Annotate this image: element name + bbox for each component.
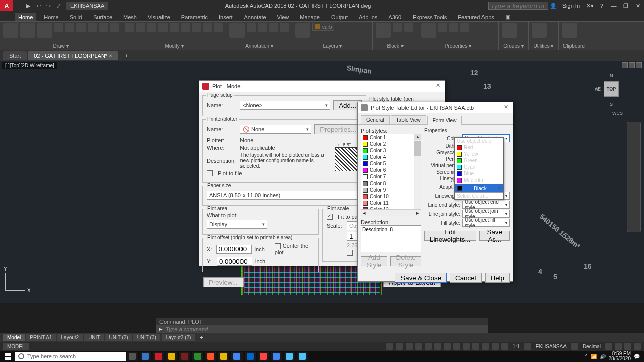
ribbon-tab-visualize[interactable]: Visualize xyxy=(145,13,173,21)
color-option[interactable]: Blue xyxy=(455,170,503,177)
user-icon[interactable]: 👤 xyxy=(548,3,558,9)
task-view-icon[interactable] xyxy=(127,352,138,361)
status-custom-icon[interactable] xyxy=(634,343,641,350)
exchange-icon[interactable]: ✕▾ xyxy=(584,3,596,9)
ribbon-tab-home[interactable]: Home xyxy=(15,13,36,21)
center-plot-check[interactable] xyxy=(275,243,281,249)
system-tray[interactable]: ^ 📶 🔊 8:59 PM28/5/2020 💬 xyxy=(585,351,644,361)
printer-properties-button[interactable]: Properties... xyxy=(314,124,362,134)
workspace-switcher[interactable]: EKHSANSAA xyxy=(66,2,108,10)
layout-tab-model[interactable]: Model xyxy=(3,334,25,341)
plot-style-item[interactable]: Color 4 xyxy=(361,154,421,160)
color-option[interactable]: Use object color xyxy=(455,138,503,144)
add-style-button[interactable]: Add Style xyxy=(361,256,387,266)
panel-utilities-label[interactable]: Utilities ▾ xyxy=(532,43,555,49)
plot-styles-hscroll[interactable]: ◂▸ xyxy=(361,209,421,216)
ribbon-tab-output[interactable]: Output xyxy=(328,13,351,21)
ucs-icon[interactable]: Y X xyxy=(5,273,30,298)
current-layer-dropdown[interactable]: curb xyxy=(312,23,334,31)
fill-select[interactable]: Use object fill style xyxy=(462,219,510,227)
fit-to-paper-check[interactable] xyxy=(327,214,333,220)
tb-app-8[interactable] xyxy=(231,352,243,361)
pst-desc-input[interactable]: Description_8 xyxy=(361,225,421,252)
help-search-input[interactable] xyxy=(488,2,548,10)
tb-app-3[interactable] xyxy=(166,352,177,361)
status-ann-icon[interactable] xyxy=(501,343,508,350)
tb-app-10[interactable] xyxy=(258,352,269,361)
color-option[interactable]: Black xyxy=(455,184,503,193)
preview-button[interactable]: Preview... xyxy=(203,277,244,287)
ribbon-tab-insert[interactable]: Insert xyxy=(216,13,236,21)
ribbon-tab-addins[interactable]: Add-ins xyxy=(356,13,380,21)
status-osnap-icon[interactable] xyxy=(425,343,432,350)
status-otrack-icon[interactable] xyxy=(444,343,451,350)
status-polar-icon[interactable] xyxy=(415,343,422,350)
status-qp-icon[interactable] xyxy=(482,343,489,350)
plot-style-item[interactable]: Color 10 xyxy=(361,193,421,200)
tb-app-1[interactable] xyxy=(140,352,151,361)
panel-block-label[interactable]: Block ▾ xyxy=(376,43,415,49)
tray-notif-icon[interactable]: 💬 xyxy=(634,354,640,359)
pst-close[interactable]: ✕ xyxy=(502,104,510,112)
y-input[interactable] xyxy=(217,257,252,266)
command-placeholder[interactable]: Type a command xyxy=(166,326,208,332)
panel-clipboard-label[interactable]: Clipboard xyxy=(562,43,586,49)
color-option[interactable]: Select Color... xyxy=(455,193,503,199)
panel-layers-label[interactable]: Layers ▾ xyxy=(295,43,369,49)
pst-tab-general[interactable]: General xyxy=(361,115,390,124)
command-line[interactable]: Command: PLOT ▸Type a command xyxy=(156,318,488,333)
color-option[interactable]: Red xyxy=(455,144,503,151)
plot-style-item[interactable]: Color 11 xyxy=(361,200,421,206)
panel-groups-label[interactable]: Groups ▾ xyxy=(502,43,525,49)
tb-app-9[interactable] xyxy=(245,352,256,361)
scroll-up[interactable]: ▴ xyxy=(414,134,421,140)
layout-tab-2[interactable]: Layout2 xyxy=(57,334,84,341)
viewport-min[interactable] xyxy=(622,62,628,68)
layout-tab-add[interactable]: + xyxy=(196,334,207,341)
plot-style-item[interactable]: Color 3 xyxy=(361,147,421,154)
plot-style-item[interactable]: Color 1 xyxy=(361,134,421,141)
status-clean-icon[interactable] xyxy=(624,343,631,350)
color-option[interactable]: Magenta xyxy=(455,177,503,184)
tb-app-2[interactable] xyxy=(153,352,164,361)
scroll-thumb[interactable] xyxy=(414,141,421,156)
navigation-bar[interactable] xyxy=(627,122,641,232)
status-lw-icon[interactable] xyxy=(463,343,470,350)
save-close-button[interactable]: Save & Close xyxy=(395,273,447,283)
plot-style-item[interactable]: Color 12 xyxy=(361,206,421,209)
qa-undo[interactable]: ↩ xyxy=(33,3,43,9)
qa-play[interactable]: ▶ xyxy=(23,3,33,9)
status-units[interactable]: Decimal xyxy=(581,344,603,349)
window-close[interactable]: ✕ xyxy=(632,3,644,9)
status-gear-icon[interactable] xyxy=(524,343,531,350)
qa-expand[interactable]: ⤢ xyxy=(53,3,63,9)
ribbon-tab-solid[interactable]: Solid xyxy=(67,13,85,21)
ribbon-tab-parametric[interactable]: Parametric xyxy=(178,13,211,21)
tb-app-11[interactable] xyxy=(271,352,282,361)
tb-app-6[interactable] xyxy=(205,352,216,361)
qa-menu[interactable]: ≡ xyxy=(13,3,23,9)
tb-app-13[interactable] xyxy=(297,352,308,361)
edit-lineweights-button[interactable]: Edit Lineweights... xyxy=(424,231,476,241)
status-iso-icon[interactable] xyxy=(605,343,612,350)
tb-app-7[interactable] xyxy=(218,352,229,361)
what-to-plot-select[interactable]: Display xyxy=(207,220,267,229)
layout-tab-3[interactable]: UNIT xyxy=(84,334,104,341)
plot-styles-list[interactable]: Color 1Color 2Color 3Color 4Color 5Color… xyxy=(361,134,421,209)
taskbar-search[interactable]: Type here to search xyxy=(15,352,126,361)
status-sc-icon[interactable] xyxy=(492,343,499,350)
status-template[interactable]: EKHSANSAA xyxy=(534,344,569,349)
qa-redo[interactable]: ↪ xyxy=(43,3,53,9)
color-option[interactable]: Yellow xyxy=(455,151,503,157)
color-dropdown[interactable]: Use object colorRedYellowGreenCyanBlueMa… xyxy=(454,137,504,200)
help-icon[interactable]: ? xyxy=(596,3,608,9)
color-option[interactable]: Cyan xyxy=(455,164,503,170)
plot-dialog-close[interactable]: ✕ xyxy=(434,82,442,90)
status-snap-icon[interactable] xyxy=(396,343,403,350)
panel-modify-label[interactable]: Modify ▾ xyxy=(125,43,223,49)
ribbon-tab-mesh[interactable]: Mesh xyxy=(120,13,140,21)
viewcube[interactable]: TOP N S W E xyxy=(594,71,629,107)
plot-style-item[interactable]: Color 6 xyxy=(361,167,421,173)
layout-tab-1[interactable]: PRINT A1 xyxy=(26,334,56,341)
status-3dosnap-icon[interactable] xyxy=(434,343,441,350)
